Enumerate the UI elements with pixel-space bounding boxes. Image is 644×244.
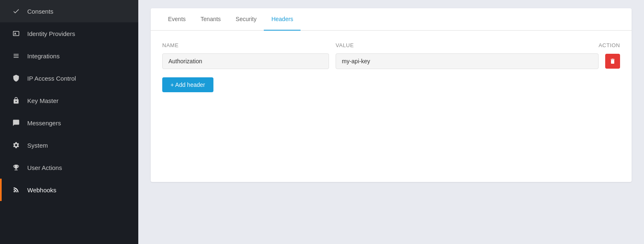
header-name-input[interactable] xyxy=(162,53,329,69)
sidebar-item-label: IP Access Control xyxy=(27,75,76,82)
sidebar-item-label: Identity Providers xyxy=(27,30,75,37)
sidebar-item-label: Webhooks xyxy=(27,187,57,194)
sidebar-item-label: Consents xyxy=(27,8,53,15)
check-icon xyxy=(12,7,21,15)
sidebar-item-webhooks[interactable]: Webhooks xyxy=(0,179,138,201)
tab-security[interactable]: Security xyxy=(228,8,264,31)
svg-point-0 xyxy=(14,191,15,192)
lock-icon xyxy=(12,97,21,104)
main-content: Events Tenants Security Headers Name Val… xyxy=(138,0,644,244)
tab-events[interactable]: Events xyxy=(161,8,193,31)
content-card: Events Tenants Security Headers Name Val… xyxy=(151,8,632,182)
sidebar-item-user-actions[interactable]: User Actions xyxy=(0,156,138,179)
column-action-header: Action xyxy=(587,42,620,48)
headers-table-section: Name Value Action xyxy=(151,31,632,104)
table-row xyxy=(162,53,620,69)
sidebar-item-ip-access-control[interactable]: IP Access Control xyxy=(0,67,138,89)
sidebar-item-label: Integrations xyxy=(27,53,59,60)
sidebar-item-label: System xyxy=(27,142,48,149)
sidebar-item-system[interactable]: System xyxy=(0,134,138,156)
column-name-header: Name xyxy=(162,42,336,48)
tab-bar: Events Tenants Security Headers xyxy=(151,8,632,31)
sidebar-item-key-master[interactable]: Key Master xyxy=(0,89,138,112)
sidebar-item-label: Messengers xyxy=(27,120,61,127)
id-card-icon xyxy=(12,30,21,37)
integrations-icon xyxy=(12,52,21,60)
sidebar-item-consents[interactable]: Consents xyxy=(0,0,138,22)
sidebar-item-integrations[interactable]: Integrations xyxy=(0,45,138,67)
tab-tenants[interactable]: Tenants xyxy=(193,8,228,31)
tab-headers[interactable]: Headers xyxy=(264,8,301,31)
trophy-icon xyxy=(12,164,21,171)
column-value-header: Value xyxy=(336,42,587,48)
sidebar-item-messengers[interactable]: Messengers xyxy=(0,112,138,134)
gear-icon xyxy=(12,141,21,149)
add-header-button[interactable]: + Add header xyxy=(162,77,213,92)
table-header-row: Name Value Action xyxy=(162,42,620,53)
sidebar-item-label: User Actions xyxy=(27,164,62,171)
chat-icon xyxy=(12,119,21,127)
shield-icon xyxy=(12,74,21,82)
sidebar: Consents Identity Providers Integrations… xyxy=(0,0,138,244)
header-value-input[interactable] xyxy=(336,53,599,69)
rss-icon xyxy=(12,186,21,194)
sidebar-item-identity-providers[interactable]: Identity Providers xyxy=(0,22,138,45)
sidebar-item-label: Key Master xyxy=(27,97,59,104)
delete-header-button[interactable] xyxy=(605,54,620,69)
